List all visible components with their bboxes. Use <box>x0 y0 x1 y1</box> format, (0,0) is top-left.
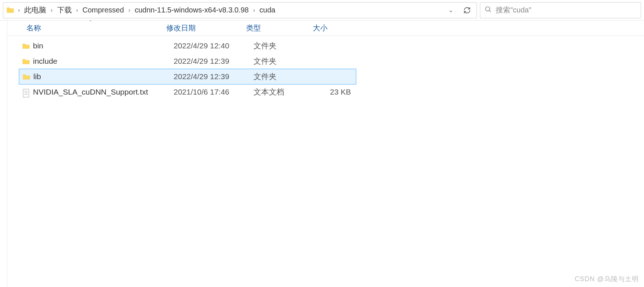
file-name: include <box>33 57 58 66</box>
search-box[interactable] <box>480 2 641 18</box>
column-headers: ˆ 名称 修改日期 类型 大小 <box>7 21 644 36</box>
file-list: bin2022/4/29 12:40文件夹include2022/4/29 12… <box>7 36 644 100</box>
file-date: 2021/10/6 17:46 <box>169 88 248 96</box>
chevron-right-icon[interactable]: › <box>75 7 79 14</box>
file-row[interactable]: bin2022/4/29 12:40文件夹 <box>19 38 356 54</box>
file-type: 文件夹 <box>248 41 315 51</box>
text-file-icon <box>22 88 30 96</box>
file-type: 文件夹 <box>248 56 315 66</box>
chevron-right-icon[interactable]: › <box>252 7 256 14</box>
chevron-right-icon[interactable]: › <box>127 7 132 14</box>
file-date: 2022/4/29 12:40 <box>169 41 248 50</box>
file-panel: ˆ 名称 修改日期 类型 大小 bin2022/4/29 12:40文件夹inc… <box>7 21 644 287</box>
breadcrumb[interactable]: › 此电脑 › 下载 › Compressed › cudnn-11.5-win… <box>3 2 477 18</box>
column-header-name[interactable]: 名称 <box>7 21 161 36</box>
column-header-date[interactable]: 修改日期 <box>161 21 241 36</box>
sort-indicator-icon: ˆ <box>90 20 91 25</box>
address-bar: › 此电脑 › 下载 › Compressed › cudnn-11.5-win… <box>0 0 644 21</box>
refresh-button[interactable] <box>460 4 474 17</box>
file-type: 文本文档 <box>248 87 315 97</box>
file-date: 2022/4/29 12:39 <box>169 57 248 66</box>
file-name: lib <box>33 72 41 81</box>
column-header-size[interactable]: 大小 <box>308 21 351 36</box>
file-row[interactable]: NVIDIA_SLA_cuDNN_Support.txt2021/10/6 17… <box>19 84 356 100</box>
watermark: CSDN @乌陵与土明 <box>575 275 639 283</box>
breadcrumb-item[interactable]: 此电脑 <box>22 4 48 16</box>
breadcrumb-item[interactable]: 下载 <box>55 4 74 16</box>
search-icon <box>485 6 492 15</box>
breadcrumb-item[interactable]: cuda <box>257 4 277 16</box>
folder-icon <box>22 42 30 49</box>
file-name: NVIDIA_SLA_cuDNN_Support.txt <box>33 88 148 96</box>
svg-rect-2 <box>23 89 29 97</box>
svg-point-0 <box>486 7 490 11</box>
file-row[interactable]: include2022/4/29 12:39文件夹 <box>19 54 356 69</box>
folder-icon <box>22 73 30 80</box>
folder-icon <box>22 58 30 65</box>
file-type: 文件夹 <box>248 71 315 82</box>
main-area: ˆ 名称 修改日期 类型 大小 bin2022/4/29 12:40文件夹inc… <box>0 21 644 287</box>
breadcrumb-item[interactable]: cudnn-11.5-windows-x64-v8.3.0.98 <box>133 4 251 16</box>
file-name: bin <box>33 41 43 50</box>
svg-line-1 <box>489 10 491 12</box>
folder-icon <box>6 7 14 14</box>
file-row[interactable]: lib2022/4/29 12:39文件夹 <box>19 69 356 84</box>
search-input[interactable] <box>496 6 636 14</box>
sidebar-edge <box>0 21 7 287</box>
chevron-right-icon[interactable]: › <box>16 7 21 14</box>
file-size: 23 KB <box>315 88 356 96</box>
column-header-type[interactable]: 类型 <box>241 21 308 36</box>
breadcrumb-item[interactable]: Compressed <box>80 4 126 16</box>
chevron-right-icon[interactable]: › <box>49 7 54 14</box>
chevron-down-icon[interactable]: ⌄ <box>447 7 455 14</box>
file-date: 2022/4/29 12:39 <box>169 72 248 81</box>
